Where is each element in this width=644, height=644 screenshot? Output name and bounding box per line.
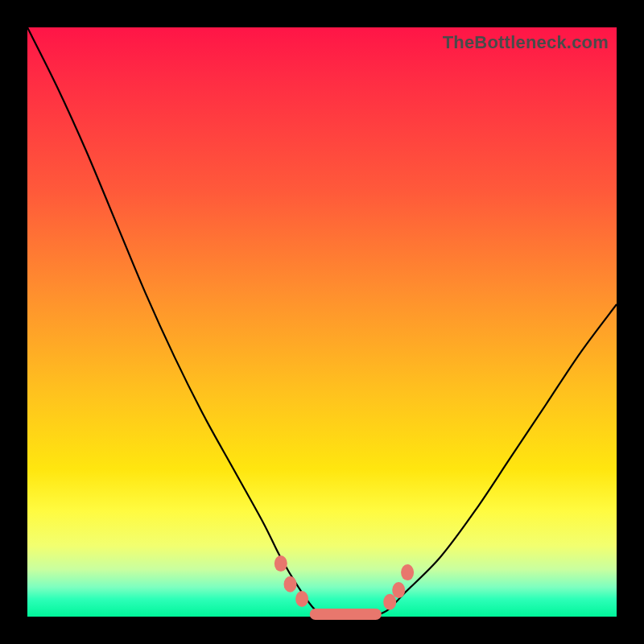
- curve-marker: [392, 582, 405, 598]
- curve-flat-marker: [310, 609, 382, 620]
- curve-marker: [284, 576, 297, 592]
- marker-group: [275, 555, 414, 620]
- outer-frame: TheBottleneck.com: [0, 0, 644, 644]
- curve-marker: [275, 555, 287, 572]
- bottleneck-curve: [27, 27, 617, 617]
- curve-marker: [401, 564, 414, 580]
- plot-area: TheBottleneck.com: [27, 27, 617, 617]
- curve-marker: [383, 594, 396, 610]
- chart-overlay: [27, 27, 617, 617]
- curve-marker: [295, 591, 308, 607]
